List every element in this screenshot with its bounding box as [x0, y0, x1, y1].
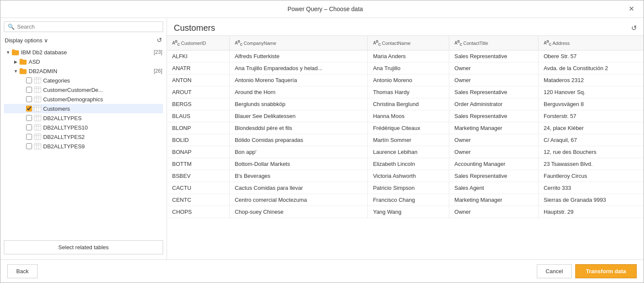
- table-icon-db2alltypes10: [34, 124, 41, 131]
- checkbox-db2alltypes2[interactable]: [26, 134, 32, 140]
- table-cell: Sales Representative: [449, 170, 539, 182]
- checkbox-db2alltypes10[interactable]: [26, 124, 32, 130]
- table-cell: Around the Horn: [229, 86, 368, 98]
- table-icon-customers: [34, 105, 41, 112]
- table-row: BSBEVB's BeveragesVictoria AshworthSales…: [167, 170, 644, 182]
- table-cell: 120 Hanover Sq.: [538, 86, 644, 98]
- table-cell: BONAP: [167, 146, 229, 158]
- tree-node-db2alltypes10[interactable]: ▶ DB2ALLTYPES10: [4, 123, 163, 132]
- right-panel: Customers ↺ ABC CustomerID: [167, 18, 644, 259]
- table-cell: Avda. de la Constitución 2: [538, 62, 644, 74]
- table-cell: Christina Berglund: [368, 98, 449, 110]
- checkbox-customerdemographics[interactable]: [26, 96, 32, 102]
- tree-node-ibm-db2[interactable]: ▼ IBM Db2 database [23]: [4, 47, 163, 57]
- close-button[interactable]: ✕: [626, 5, 637, 13]
- table-cell: ALFKI: [167, 50, 229, 62]
- tree-node-db2alltypes2[interactable]: ▶ DB2ALLTYPES2: [4, 132, 163, 142]
- col-name-contactname: ContactName: [382, 41, 410, 46]
- tree-node-asd[interactable]: ▶ ASD: [4, 57, 163, 66]
- node-label-db2alltypes2: DB2ALLTYPES2: [43, 134, 162, 140]
- search-box: 🔍: [4, 21, 163, 32]
- tree-node-customercustomerde[interactable]: ▶ CustomerCustomerDe...: [4, 85, 163, 94]
- table-cell: Order Administrator: [449, 98, 539, 110]
- table-cell: B's Beverages: [229, 170, 368, 182]
- table-cell: C/ Araquil, 67: [538, 134, 644, 146]
- node-label-ibm-db2: IBM Db2 database: [21, 49, 151, 56]
- node-label-db2alltypes10: DB2ALLTYPES10: [43, 124, 162, 131]
- transform-data-button[interactable]: Transform data: [575, 264, 637, 278]
- table-scroll-wrapper[interactable]: ABC CustomerID ABC CompanyName: [167, 35, 644, 259]
- table-cell: Forsterstr. 57: [538, 110, 644, 122]
- table-cell: Cerrito 333: [538, 182, 644, 194]
- tree-node-customerdemographics[interactable]: ▶ CustomerDemographics: [4, 94, 163, 104]
- table-cell: Patricio Simpson: [368, 182, 449, 194]
- col-type-badge-customerid: ABC: [172, 39, 180, 47]
- checkbox-db2alltypes9[interactable]: [26, 143, 32, 149]
- table-cell: BLAUS: [167, 110, 229, 122]
- checkbox-categories[interactable]: [26, 77, 32, 83]
- left-refresh-button[interactable]: ↺: [157, 36, 162, 44]
- table-cell: Alfreds Futterkiste: [229, 50, 368, 62]
- back-button[interactable]: Back: [7, 264, 38, 278]
- col-header-address: ABC Address: [538, 36, 644, 50]
- table-cell: 24, place Kléber: [538, 122, 644, 134]
- table-cell: AROUT: [167, 86, 229, 98]
- table-cell: Ana Trujillo: [368, 62, 449, 74]
- table-cell: Ana Trujillo Emparedados y helad...: [229, 62, 368, 74]
- tree-node-db2admin[interactable]: ▼ DB2ADMIN [26]: [4, 66, 163, 76]
- tree-node-db2alltypes9[interactable]: ▶ DB2ALLTYPES9: [4, 142, 163, 151]
- table-cell: Martín Sommer: [368, 134, 449, 146]
- chevron-icon-db2admin: ▼: [12, 68, 19, 74]
- table-cell: Blondesddsl père et fils: [229, 122, 368, 134]
- chevron-icon: ▼: [5, 49, 12, 56]
- svg-rect-24: [34, 134, 41, 140]
- select-related-tables-button[interactable]: Select related tables: [4, 240, 163, 254]
- node-label-db2alltypes: DB2ALLTYPES: [43, 115, 162, 121]
- col-header-contacttitle: ABC ContactTitle: [449, 36, 539, 50]
- node-label-db2alltypes9: DB2ALLTYPES9: [43, 143, 162, 150]
- table-icon-db2alltypes2: [34, 133, 41, 140]
- table-cell: Hanna Moos: [368, 110, 449, 122]
- table-cell: Hauptstr. 29: [538, 206, 644, 218]
- chevron-down-icon: ∨: [44, 37, 48, 44]
- checkbox-customercustomerde[interactable]: [26, 87, 32, 93]
- table-body: ALFKIAlfreds FutterkisteMaria AndersSale…: [167, 50, 644, 218]
- right-refresh-button[interactable]: ↺: [631, 24, 637, 32]
- display-options-toggle[interactable]: Display options ∨: [5, 37, 48, 44]
- node-count-ibm-db2: [23]: [154, 49, 162, 55]
- dialog-body: 🔍 Display options ∨ ↺ ▼ IBM: [0, 18, 644, 259]
- table-cell: Owner: [449, 62, 539, 74]
- table-cell: Maria Anders: [368, 50, 449, 62]
- table-row: CHOPSChop-suey ChineseYang WangOwnerHaup…: [167, 206, 644, 218]
- tree-node-customers[interactable]: ▶ Customers: [4, 104, 163, 113]
- col-name-customerid: CustomerID: [181, 41, 206, 46]
- table-cell: BLONP: [167, 122, 229, 134]
- table-cell: Sales Representative: [449, 110, 539, 122]
- table-icon-customerdemographics: [34, 96, 41, 103]
- search-input[interactable]: [17, 24, 159, 30]
- table-cell: CACTU: [167, 182, 229, 194]
- right-panel-title: Customers: [174, 23, 215, 33]
- folder-icon-asd: [19, 58, 27, 65]
- tree-node-categories[interactable]: ▶ Categories: [4, 76, 163, 85]
- chevron-icon-asd: ▶: [12, 58, 19, 65]
- table-cell: Marketing Manager: [449, 194, 539, 206]
- table-header-row: ABC CustomerID ABC CompanyName: [167, 36, 644, 50]
- svg-rect-0: [34, 77, 41, 83]
- svg-rect-8: [34, 96, 41, 102]
- table-cell: BOTTM: [167, 158, 229, 170]
- data-table: ABC CustomerID ABC CompanyName: [167, 36, 644, 218]
- col-name-contacttitle: ContactTitle: [463, 41, 488, 46]
- table-cell: Antonio Moreno: [368, 74, 449, 86]
- node-label-customers: Customers: [43, 106, 162, 112]
- table-row: BERGSBerglunds snabbköpChristina Berglun…: [167, 98, 644, 110]
- checkbox-db2alltypes[interactable]: [26, 115, 32, 121]
- tree-node-db2alltypes[interactable]: ▶ DB2ALLTYPES: [4, 113, 163, 123]
- table-cell: Owner: [449, 206, 539, 218]
- checkbox-customers[interactable]: [26, 106, 32, 112]
- col-name-address: Address: [553, 41, 570, 46]
- table-cell: Antonio Moreno Taquería: [229, 74, 368, 86]
- col-type-badge-contactname: ABC: [373, 39, 381, 47]
- table-cell: Marketing Manager: [449, 122, 539, 134]
- cancel-button[interactable]: Cancel: [537, 264, 572, 278]
